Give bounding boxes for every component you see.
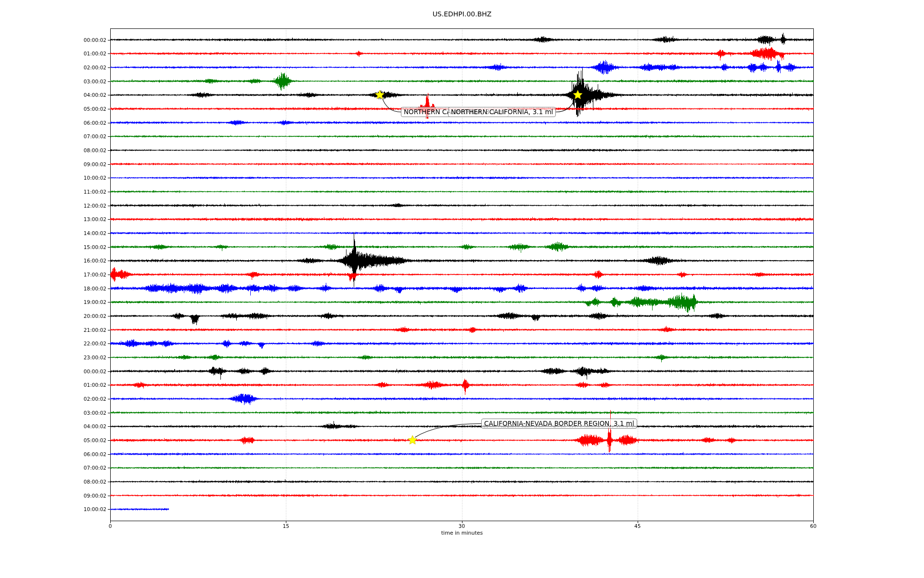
y-axis-label: 05:00:02 — [0, 437, 106, 444]
y-axis-label: 13:00:02 — [0, 216, 106, 223]
y-axis-label: 10:00:02 — [0, 506, 106, 512]
y-axis-label: 03:00:02 — [0, 78, 106, 85]
y-axis-label: 09:00:02 — [0, 492, 106, 499]
x-axis-label: time in minutes — [390, 530, 534, 536]
y-axis-label: 11:00:02 — [0, 188, 106, 195]
y-axis-label: 14:00:02 — [0, 230, 106, 236]
chart-title: US.EDHPI.00.BHZ — [0, 10, 924, 18]
x-tick-label: 0 — [96, 523, 125, 529]
y-axis-label: 22:00:02 — [0, 340, 106, 347]
x-tick-label: 30 — [448, 523, 476, 529]
y-axis-label: 10:00:02 — [0, 174, 106, 181]
y-axis-label: 06:00:02 — [0, 451, 106, 458]
x-tick-label: 60 — [799, 523, 828, 529]
y-axis-label: 08:00:02 — [0, 478, 106, 485]
y-axis-label: 19:00:02 — [0, 299, 106, 305]
y-axis-label: 04:00:02 — [0, 92, 106, 98]
y-axis-label: 20:00:02 — [0, 313, 106, 319]
event-annotation: NORTHERN CALIFORNIA, 3.1 ml — [448, 107, 556, 117]
y-axis-label: 02:00:02 — [0, 395, 106, 402]
y-axis-labels: 00:00:0201:00:0202:00:0203:00:0204:00:02… — [0, 0, 106, 578]
event-annotation: CALIFORNIA-NEVADA BORDER REGION, 3.1 ml — [481, 419, 637, 429]
y-axis-label: 06:00:02 — [0, 119, 106, 126]
x-tick-label: 45 — [623, 523, 652, 529]
y-axis-label: 08:00:02 — [0, 147, 106, 154]
y-axis-label: 05:00:02 — [0, 105, 106, 112]
y-axis-label: 21:00:02 — [0, 327, 106, 333]
plot-area — [0, 0, 924, 578]
y-axis-label: 23:00:02 — [0, 354, 106, 361]
y-axis-label: 07:00:02 — [0, 464, 106, 471]
y-axis-label: 09:00:02 — [0, 161, 106, 168]
y-axis-label: 17:00:02 — [0, 271, 106, 278]
y-axis-label: 01:00:02 — [0, 50, 106, 57]
y-axis-label: 02:00:02 — [0, 64, 106, 71]
y-axis-label: 04:00:02 — [0, 423, 106, 430]
y-axis-label: 00:00:02 — [0, 37, 106, 43]
y-axis-label: 12:00:02 — [0, 202, 106, 209]
y-axis-label: 00:00:02 — [0, 368, 106, 375]
y-axis-label: 03:00:02 — [0, 409, 106, 416]
y-axis-label: 07:00:02 — [0, 133, 106, 140]
y-axis-label: 15:00:02 — [0, 244, 106, 250]
y-axis-label: 18:00:02 — [0, 285, 106, 292]
x-tick-label: 15 — [271, 523, 300, 529]
seismogram-figure: US.EDHPI.00.BHZ 00:00:0201:00:0202:00:02… — [0, 0, 924, 578]
y-axis-label: 01:00:02 — [0, 381, 106, 388]
y-axis-label: 16:00:02 — [0, 257, 106, 264]
